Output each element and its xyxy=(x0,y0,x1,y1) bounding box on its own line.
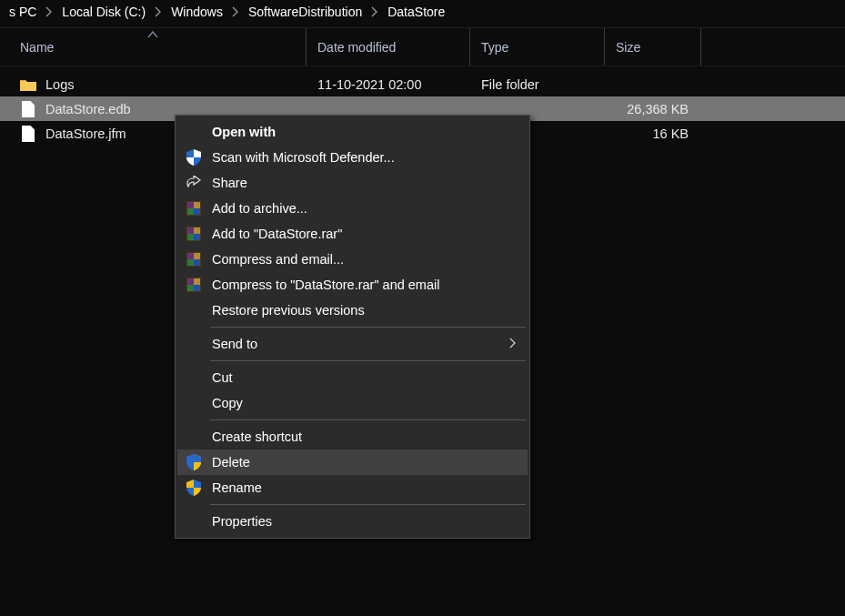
file-date: 11-10-2021 02:00 xyxy=(307,77,470,92)
winrar-icon xyxy=(186,277,202,293)
winrar-icon xyxy=(186,226,202,242)
winrar-icon xyxy=(186,251,202,268)
menu-compress-rar-email[interactable]: Compress to "DataStore.rar" and email xyxy=(177,272,528,298)
menu-label: Scan with Microsoft Defender... xyxy=(212,150,395,165)
file-name: DataStore.edb xyxy=(45,102,131,116)
menu-label: Restore previous versions xyxy=(212,303,365,318)
menu-label: Share xyxy=(212,176,247,190)
menu-label: Compress to "DataStore.rar" and email xyxy=(212,278,439,292)
folder-icon xyxy=(20,76,36,93)
menu-send-to[interactable]: Send to xyxy=(177,331,528,357)
chevron-right-icon[interactable] xyxy=(42,6,56,17)
menu-properties[interactable]: Properties xyxy=(177,509,528,534)
menu-separator xyxy=(210,504,526,505)
uac-shield-icon xyxy=(186,480,202,496)
menu-label: Add to archive... xyxy=(212,201,307,216)
file-name: Logs xyxy=(45,77,74,92)
file-icon xyxy=(20,101,36,117)
sort-ascending-icon xyxy=(147,26,158,41)
menu-separator xyxy=(210,360,526,361)
menu-share[interactable]: Share xyxy=(177,170,528,196)
crumb-this-pc[interactable]: s PC xyxy=(4,3,42,21)
file-type: File folder xyxy=(470,77,605,92)
column-header-date[interactable]: Date modified xyxy=(307,28,470,66)
column-header-name[interactable]: Name xyxy=(0,28,307,66)
column-header-size[interactable]: Size xyxy=(605,28,701,66)
menu-label: Delete xyxy=(212,455,250,470)
chevron-right-icon[interactable] xyxy=(367,6,382,17)
uac-shield-icon xyxy=(186,454,202,470)
crumb-softwaredistribution[interactable]: SoftwareDistribution xyxy=(243,3,367,21)
menu-label: Create shortcut xyxy=(212,429,302,444)
menu-restore-versions[interactable]: Restore previous versions xyxy=(177,298,528,323)
menu-cut[interactable]: Cut xyxy=(177,365,528,390)
column-label: Name xyxy=(20,40,54,55)
menu-separator xyxy=(210,419,526,420)
menu-compress-email[interactable]: Compress and email... xyxy=(177,247,528,272)
file-size: 16 KB xyxy=(605,126,701,141)
menu-copy[interactable]: Copy xyxy=(177,390,528,416)
menu-label: Cut xyxy=(212,370,233,385)
menu-create-shortcut[interactable]: Create shortcut xyxy=(177,424,528,449)
menu-label: Compress and email... xyxy=(212,252,344,267)
menu-add-to-rar[interactable]: Add to "DataStore.rar" xyxy=(177,221,528,247)
column-label: Date modified xyxy=(317,40,396,55)
column-label: Type xyxy=(481,40,508,55)
file-icon xyxy=(20,126,36,142)
menu-separator xyxy=(210,327,526,328)
crumb-datastore[interactable]: DataStore xyxy=(382,3,450,21)
menu-label: Properties xyxy=(212,514,272,529)
share-icon xyxy=(186,175,202,191)
column-label: Size xyxy=(616,40,640,55)
menu-label: Send to xyxy=(212,337,257,351)
menu-rename[interactable]: Rename xyxy=(177,475,528,500)
menu-add-archive[interactable]: Add to archive... xyxy=(177,196,528,221)
menu-label: Copy xyxy=(212,396,243,410)
menu-scan-defender[interactable]: Scan with Microsoft Defender... xyxy=(177,145,528,170)
menu-open-with[interactable]: Open with xyxy=(177,119,528,145)
breadcrumb: s PC Local Disk (C:) Windows SoftwareDis… xyxy=(0,0,845,27)
crumb-windows[interactable]: Windows xyxy=(166,3,228,21)
menu-label: Add to "DataStore.rar" xyxy=(212,227,342,241)
context-menu: Open with Scan with Microsoft Defender..… xyxy=(175,115,530,539)
folder-row[interactable]: Logs 11-10-2021 02:00 File folder xyxy=(0,72,845,96)
crumb-local-disk[interactable]: Local Disk (C:) xyxy=(56,3,151,21)
chevron-right-icon[interactable] xyxy=(228,6,243,17)
file-size: 26,368 KB xyxy=(605,102,701,116)
menu-delete[interactable]: Delete xyxy=(177,449,528,475)
column-header-type[interactable]: Type xyxy=(470,28,605,66)
file-name: DataStore.jfm xyxy=(45,126,126,141)
menu-label: Open with xyxy=(212,125,276,139)
winrar-icon xyxy=(186,200,202,217)
chevron-right-icon xyxy=(509,337,517,351)
shield-icon xyxy=(186,149,202,166)
column-headers: Name Date modified Type Size xyxy=(0,28,845,66)
menu-label: Rename xyxy=(212,480,262,495)
chevron-right-icon[interactable] xyxy=(151,6,166,17)
